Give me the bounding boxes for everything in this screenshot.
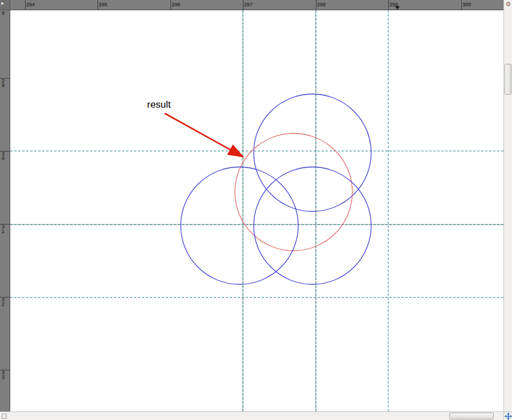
annotation-arrow[interactable]: [165, 113, 243, 157]
ruler-label: 297: [244, 2, 253, 7]
drawing-surface[interactable]: [10, 10, 503, 411]
ruler-tick: [243, 0, 243, 10]
horizontal-scrollbar-thumb[interactable]: [449, 413, 494, 419]
selection-icon: [2, 414, 7, 419]
blue-circle-left[interactable]: [181, 167, 298, 284]
ruler-tick: [97, 0, 98, 10]
ruler-label: 294: [26, 2, 35, 7]
blue-circle-right[interactable]: [254, 167, 371, 284]
horizontal-scrollbar[interactable]: [10, 411, 503, 420]
ruler-label: 3 1: [2, 225, 5, 234]
pan-move-icon: [505, 413, 512, 420]
ruler-marker-icon: [395, 6, 400, 10]
bottom-left-corner[interactable]: [0, 411, 10, 420]
vertical-ruler[interactable]: 8 2 9 3 0 3 1 3 2 3 3: [0, 10, 10, 411]
ruler-tick: [461, 0, 462, 10]
annotation-result-label[interactable]: result: [147, 99, 171, 111]
ruler-label: 2 9: [2, 79, 5, 88]
ruler-tick: [316, 0, 316, 10]
ruler-label: 3 2: [2, 297, 5, 307]
ruler-label: 8: [2, 11, 5, 15]
bottom-right-corner[interactable]: [503, 411, 512, 420]
ruler-label: 298: [317, 2, 326, 7]
ruler-label: 295: [99, 2, 107, 7]
blue-circle-top[interactable]: [254, 94, 371, 211]
ruler-tick: [388, 0, 389, 10]
vertical-scrollbar[interactable]: ⚙: [503, 0, 512, 411]
ruler-origin-corner[interactable]: ▶: [0, 0, 10, 10]
ruler-tick: [25, 0, 26, 10]
horizontal-ruler[interactable]: 294 295 296 297 298 299 300: [10, 0, 503, 10]
ruler-label: 296: [172, 2, 180, 7]
ruler-label: 300: [462, 2, 471, 7]
gear-icon[interactable]: ⚙: [504, 0, 512, 9]
ruler-label: 3 3: [2, 370, 5, 380]
ruler-origin-icon: ▶: [1, 1, 4, 6]
vertical-scrollbar-thumb[interactable]: [505, 64, 511, 95]
drawing-canvas[interactable]: result: [10, 10, 503, 411]
drawing-app-window: ▶ 294 295 296 297 298 299 300 8 2 9 3 0 …: [0, 0, 512, 420]
ruler-label: 3 0: [2, 152, 5, 161]
ruler-tick: [170, 0, 171, 10]
